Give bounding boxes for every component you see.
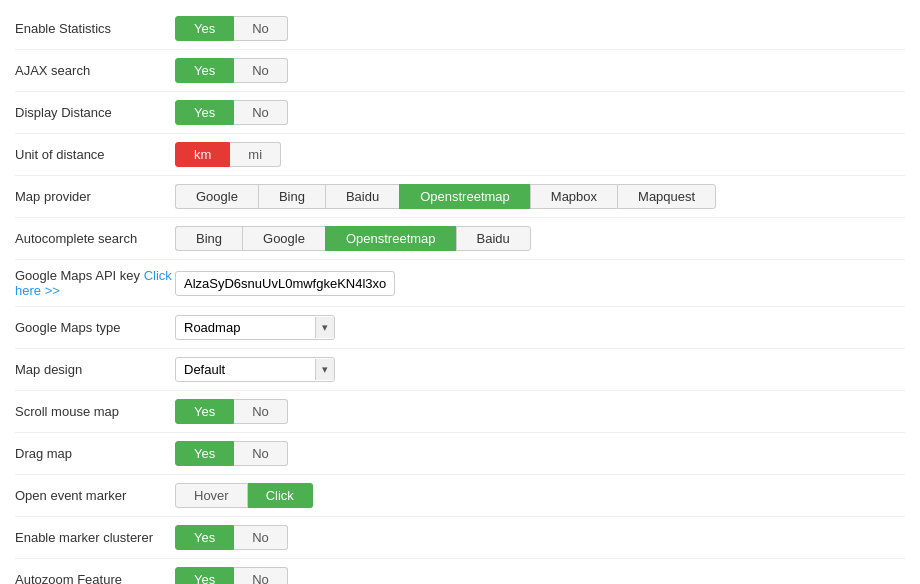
label-unit-of-distance: Unit of distance: [15, 147, 175, 162]
label-autozoom-feature: Autozoom Feature: [15, 572, 175, 584]
row-divider: [15, 259, 905, 260]
row-enable-marker-clusterer: Enable marker clustererYesNo: [15, 519, 905, 556]
multi-btn-map-provider: GoogleBingBaiduOpenstreetmapMapboxMapque…: [175, 184, 716, 209]
label-ajax-search: AJAX search: [15, 63, 175, 78]
toggle-open-event-marker: HoverClick: [175, 483, 313, 508]
toggle-display-distance: YesNo: [175, 100, 288, 125]
btn-opt-autocomplete-search-3[interactable]: Baidu: [456, 226, 531, 251]
btn-opt-map-provider-0[interactable]: Google: [175, 184, 258, 209]
select-wrap-map-design: DefaultSilverRetroDarkNightAubergine▾: [175, 357, 335, 382]
controls-unit-of-distance: kmmi: [175, 142, 281, 167]
input-google-maps-api-key[interactable]: [175, 271, 395, 296]
select-map-design[interactable]: DefaultSilverRetroDarkNightAubergine: [176, 358, 315, 381]
toggle-autozoom-feature: YesNo: [175, 567, 288, 584]
btn-no-display-distance[interactable]: No: [234, 100, 288, 125]
label-google-maps-api-key: Google Maps API key Click here >>: [15, 268, 175, 298]
row-divider: [15, 49, 905, 50]
row-drag-map: Drag mapYesNo: [15, 435, 905, 472]
settings-container: Enable StatisticsYesNoAJAX searchYesNoDi…: [15, 10, 905, 584]
btn-yes-enable-statistics[interactable]: Yes: [175, 16, 234, 41]
controls-google-maps-api-key: [175, 271, 395, 296]
row-google-maps-api-key: Google Maps API key Click here >>: [15, 262, 905, 304]
btn-yes-scroll-mouse-map[interactable]: Yes: [175, 399, 234, 424]
select-wrap-google-maps-type: RoadmapSatelliteHybridTerrain▾: [175, 315, 335, 340]
toggle-enable-marker-clusterer: YesNo: [175, 525, 288, 550]
row-google-maps-type: Google Maps typeRoadmapSatelliteHybridTe…: [15, 309, 905, 346]
btn-click-open-event-marker[interactable]: Click: [248, 483, 313, 508]
controls-scroll-mouse-map: YesNo: [175, 399, 288, 424]
btn-yes-autozoom-feature[interactable]: Yes: [175, 567, 234, 584]
row-map-design: Map designDefaultSilverRetroDarkNightAub…: [15, 351, 905, 388]
btn-yes-drag-map[interactable]: Yes: [175, 441, 234, 466]
controls-enable-marker-clusterer: YesNo: [175, 525, 288, 550]
controls-enable-statistics: YesNo: [175, 16, 288, 41]
btn-hover-open-event-marker[interactable]: Hover: [175, 483, 248, 508]
btn-yes-ajax-search[interactable]: Yes: [175, 58, 234, 83]
label-map-provider: Map provider: [15, 189, 175, 204]
select-arrow-google-maps-type: ▾: [315, 317, 334, 338]
btn-no-enable-statistics[interactable]: No: [234, 16, 288, 41]
btn-opt-map-provider-4[interactable]: Mapbox: [530, 184, 617, 209]
btn-opt-map-provider-3[interactable]: Openstreetmap: [399, 184, 530, 209]
row-autozoom-feature: Autozoom FeatureYesNo: [15, 561, 905, 584]
btn-no-autozoom-feature[interactable]: No: [234, 567, 288, 584]
controls-autocomplete-search: BingGoogleOpenstreetmapBaidu: [175, 226, 531, 251]
btn-opt-autocomplete-search-0[interactable]: Bing: [175, 226, 242, 251]
btn-no-drag-map[interactable]: No: [234, 441, 288, 466]
label-google-maps-type: Google Maps type: [15, 320, 175, 335]
label-scroll-mouse-map: Scroll mouse map: [15, 404, 175, 419]
controls-map-provider: GoogleBingBaiduOpenstreetmapMapboxMapque…: [175, 184, 716, 209]
row-divider: [15, 175, 905, 176]
toggle-unit-of-distance: kmmi: [175, 142, 281, 167]
row-open-event-marker: Open event markerHoverClick: [15, 477, 905, 514]
select-arrow-map-design: ▾: [315, 359, 334, 380]
controls-open-event-marker: HoverClick: [175, 483, 313, 508]
row-divider: [15, 474, 905, 475]
btn-no-enable-marker-clusterer[interactable]: No: [234, 525, 288, 550]
btn-opt-autocomplete-search-2[interactable]: Openstreetmap: [325, 226, 456, 251]
btn-opt-map-provider-1[interactable]: Bing: [258, 184, 325, 209]
btn-no-scroll-mouse-map[interactable]: No: [234, 399, 288, 424]
row-divider: [15, 133, 905, 134]
toggle-scroll-mouse-map: YesNo: [175, 399, 288, 424]
row-display-distance: Display DistanceYesNo: [15, 94, 905, 131]
row-map-provider: Map providerGoogleBingBaiduOpenstreetmap…: [15, 178, 905, 215]
controls-drag-map: YesNo: [175, 441, 288, 466]
row-autocomplete-search: Autocomplete searchBingGoogleOpenstreetm…: [15, 220, 905, 257]
btn-opt-map-provider-2[interactable]: Baidu: [325, 184, 399, 209]
row-unit-of-distance: Unit of distancekmmi: [15, 136, 905, 173]
controls-autozoom-feature: YesNo: [175, 567, 288, 584]
multi-btn-autocomplete-search: BingGoogleOpenstreetmapBaidu: [175, 226, 531, 251]
controls-display-distance: YesNo: [175, 100, 288, 125]
select-google-maps-type[interactable]: RoadmapSatelliteHybridTerrain: [176, 316, 315, 339]
btn-km-unit-of-distance[interactable]: km: [175, 142, 230, 167]
row-divider: [15, 306, 905, 307]
label-enable-marker-clusterer: Enable marker clusterer: [15, 530, 175, 545]
label-enable-statistics: Enable Statistics: [15, 21, 175, 36]
label-drag-map: Drag map: [15, 446, 175, 461]
toggle-ajax-search: YesNo: [175, 58, 288, 83]
row-divider: [15, 390, 905, 391]
btn-opt-map-provider-5[interactable]: Mapquest: [617, 184, 716, 209]
row-divider: [15, 91, 905, 92]
controls-map-design: DefaultSilverRetroDarkNightAubergine▾: [175, 357, 335, 382]
label-display-distance: Display Distance: [15, 105, 175, 120]
label-map-design: Map design: [15, 362, 175, 377]
btn-yes-display-distance[interactable]: Yes: [175, 100, 234, 125]
controls-ajax-search: YesNo: [175, 58, 288, 83]
row-divider: [15, 217, 905, 218]
btn-yes-enable-marker-clusterer[interactable]: Yes: [175, 525, 234, 550]
row-ajax-search: AJAX searchYesNo: [15, 52, 905, 89]
btn-mi-unit-of-distance[interactable]: mi: [230, 142, 281, 167]
btn-no-ajax-search[interactable]: No: [234, 58, 288, 83]
link-google-maps-api-key[interactable]: Click here >>: [15, 268, 172, 298]
btn-opt-autocomplete-search-1[interactable]: Google: [242, 226, 325, 251]
row-divider: [15, 516, 905, 517]
controls-google-maps-type: RoadmapSatelliteHybridTerrain▾: [175, 315, 335, 340]
toggle-enable-statistics: YesNo: [175, 16, 288, 41]
label-open-event-marker: Open event marker: [15, 488, 175, 503]
toggle-drag-map: YesNo: [175, 441, 288, 466]
row-divider: [15, 558, 905, 559]
label-autocomplete-search: Autocomplete search: [15, 231, 175, 246]
row-scroll-mouse-map: Scroll mouse mapYesNo: [15, 393, 905, 430]
